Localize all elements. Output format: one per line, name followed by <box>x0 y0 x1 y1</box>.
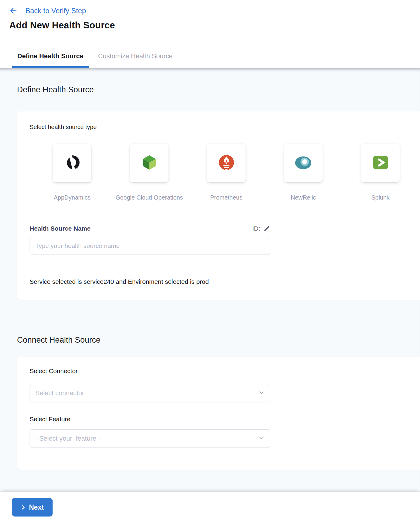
health-source-option-newrelic: NewRelic <box>284 144 323 201</box>
id-label: ID: <box>252 225 260 232</box>
connector-dropdown[interactable]: Select connector <box>30 384 270 402</box>
health-source-name-label: Health Source Name <box>30 224 91 233</box>
define-health-source-panel: Define Health Source Select health sourc… <box>0 68 420 492</box>
back-link[interactable]: Back to Verify Step <box>25 7 86 15</box>
tab-define-health-source[interactable]: Define Health Source <box>17 44 83 68</box>
page-title: Add New Health Source <box>9 20 420 31</box>
tab-customize-health-source[interactable]: Customize Health Source <box>98 44 172 68</box>
section-title-define: Define Health Source <box>17 84 420 95</box>
tile-splunk[interactable] <box>361 144 400 182</box>
tile-newrelic[interactable] <box>284 144 323 182</box>
tile-label-appdynamics: AppDynamics <box>54 194 91 201</box>
tile-label-prometheus: Prometheus <box>210 194 243 201</box>
tile-label-splunk: Splunk <box>371 194 390 201</box>
tile-label-google-cloud-operations: Google Cloud Operations <box>116 194 183 201</box>
health-source-tabs: Define Health Source Customize Health So… <box>0 44 420 68</box>
health-source-name-input[interactable] <box>30 237 270 255</box>
back-arrow-icon[interactable] <box>9 7 18 15</box>
health-source-option-appdynamics: AppDynamics <box>53 144 91 201</box>
health-source-option-prometheus: Prometheus <box>207 144 246 201</box>
health-source-option-splunk: Splunk <box>361 144 400 201</box>
health-source-name-row: Health Source Name ID: <box>30 224 270 233</box>
newrelic-icon <box>295 154 312 173</box>
select-type-label: Select health source type <box>30 123 420 131</box>
health-source-type-list: AppDynamics Google Cloud Operations <box>53 144 420 201</box>
id-wrap: ID: <box>252 225 270 232</box>
tile-label-newrelic: NewRelic <box>291 194 316 201</box>
chevron-down-icon <box>258 389 265 397</box>
tile-prometheus[interactable] <box>207 144 246 182</box>
define-card: Select health source type AppDynamics <box>17 111 420 300</box>
tile-appdynamics[interactable] <box>53 144 91 182</box>
health-source-option-gco: Google Cloud Operations <box>130 144 168 201</box>
select-feature-label: Select Feature <box>30 415 420 423</box>
connector-dropdown-value: Select connector <box>35 389 84 397</box>
next-chevron-icon <box>21 504 26 510</box>
connect-card: Select Connector Select connector Select… <box>17 357 420 470</box>
prometheus-icon <box>218 154 235 172</box>
feature-dropdown[interactable]: - Select your feature - <box>30 429 270 448</box>
edit-id-pencil-icon[interactable] <box>263 225 270 232</box>
footer-bar: Next <box>0 492 420 521</box>
back-to-verify-step[interactable]: Back to Verify Step <box>9 7 420 15</box>
splunk-icon <box>372 154 390 173</box>
google-cloud-operations-icon <box>141 154 158 172</box>
appdynamics-icon <box>63 153 82 173</box>
tile-google-cloud-operations[interactable] <box>130 144 168 182</box>
feature-dropdown-value: - Select your feature - <box>35 435 100 442</box>
next-button-label: Next <box>29 503 44 511</box>
section-title-connect: Connect Health Source <box>17 335 420 345</box>
chevron-down-icon <box>258 434 265 443</box>
service-environment-text: Service selected is service240 and Envir… <box>30 278 420 285</box>
page-header: Back to Verify Step Add New Health Sourc… <box>0 0 420 44</box>
next-button[interactable]: Next <box>12 498 53 517</box>
select-connector-label: Select Connector <box>30 367 420 375</box>
